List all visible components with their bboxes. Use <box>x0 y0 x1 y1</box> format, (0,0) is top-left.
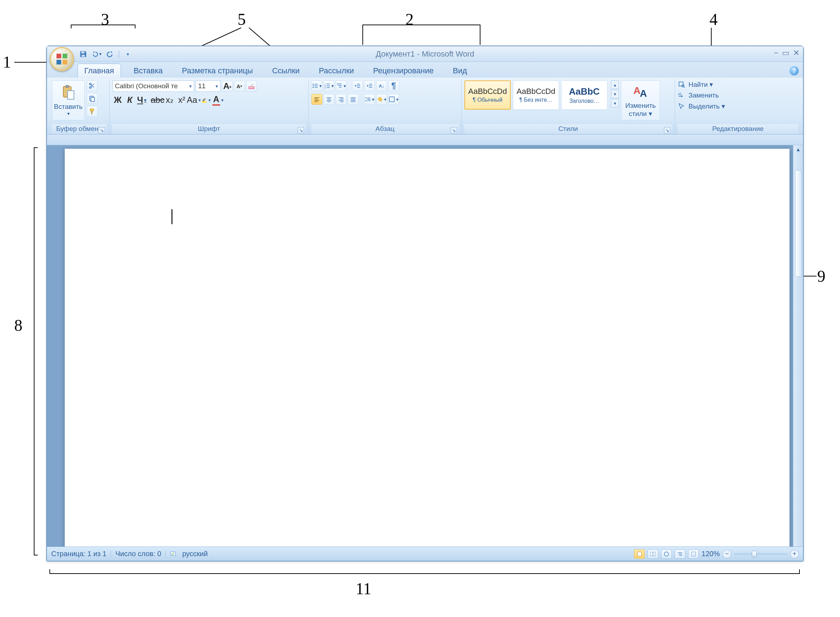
increase-indent-icon[interactable] <box>364 80 375 91</box>
font-launcher-icon[interactable]: ↘ <box>298 127 304 133</box>
select-button[interactable]: Выделить ▾ <box>678 102 725 110</box>
underline-button[interactable]: Ч <box>137 94 147 105</box>
office-button[interactable] <box>50 47 74 71</box>
vertical-scrollbar[interactable]: ▲ <box>793 145 803 546</box>
change-styles-icon: AA <box>632 83 649 100</box>
font-size-combo[interactable]: 11▾ <box>196 80 221 92</box>
svg-rect-50 <box>314 97 319 98</box>
redo-icon[interactable] <box>105 49 115 59</box>
svg-rect-78 <box>653 552 656 556</box>
show-marks-icon[interactable]: ¶ <box>388 80 399 91</box>
change-case-button[interactable]: Aa <box>189 94 199 105</box>
cut-icon[interactable] <box>87 80 97 91</box>
scrollbar-thumb[interactable] <box>795 170 802 277</box>
tab-references[interactable]: Ссылки <box>266 64 306 78</box>
line-spacing-icon[interactable] <box>364 94 375 105</box>
callout-11: 11 <box>356 579 371 598</box>
view-print-layout-icon[interactable] <box>634 549 645 559</box>
grow-font-icon[interactable]: A▴ <box>222 81 233 92</box>
paste-button[interactable]: Вставить ▾ <box>52 80 85 120</box>
group-clipboard-text: Буфер обмена <box>56 125 102 132</box>
align-left-icon[interactable] <box>311 94 322 105</box>
paste-dropdown-icon[interactable]: ▾ <box>67 111 70 117</box>
zoom-level[interactable]: 120% <box>701 550 720 558</box>
tab-insert[interactable]: Вставка <box>127 64 169 78</box>
style-normal[interactable]: AaBbCcDd ¶ Обычный <box>464 80 511 109</box>
decrease-indent-icon[interactable] <box>352 80 363 91</box>
svg-rect-25 <box>90 109 94 111</box>
spellcheck-icon[interactable] <box>170 550 178 558</box>
subscript-button[interactable]: x₂ <box>164 94 175 105</box>
tab-page-layout[interactable]: Разметка страницы <box>176 64 259 78</box>
word-window: ▾ Документ1 - Microsoft Word − ▭ ✕ Главн… <box>46 46 804 561</box>
zoom-slider[interactable] <box>734 553 787 555</box>
view-outline-icon[interactable] <box>675 549 685 559</box>
align-right-icon[interactable] <box>336 94 346 105</box>
format-painter-icon[interactable] <box>87 106 97 117</box>
bold-button[interactable]: Ж <box>112 94 123 105</box>
callout-2: 2 <box>405 10 414 29</box>
strikethrough-button[interactable]: abc <box>152 94 163 105</box>
svg-rect-55 <box>327 99 331 100</box>
align-center-icon[interactable] <box>324 94 334 105</box>
titlebar: ▾ Документ1 - Microsoft Word − ▭ ✕ <box>47 46 803 62</box>
copy-icon[interactable] <box>87 93 97 104</box>
clipboard-launcher-icon[interactable]: ↘ <box>99 127 105 133</box>
svg-rect-15 <box>63 60 67 64</box>
replace-button[interactable]: ab Заменить <box>678 92 725 99</box>
change-styles-button[interactable]: AA Изменить стили ▾ <box>621 80 660 120</box>
svg-rect-43 <box>339 87 342 87</box>
save-icon[interactable] <box>78 49 88 59</box>
undo-icon[interactable] <box>92 49 102 59</box>
sort-icon[interactable]: A↓ <box>376 80 387 91</box>
tab-review[interactable]: Рецензирование <box>367 64 440 78</box>
style-gallery-more[interactable]: ▴▾▾ <box>611 80 619 108</box>
close-button[interactable]: ✕ <box>793 49 799 58</box>
status-words[interactable]: Число слов: 0 <box>115 550 161 558</box>
align-justify-icon[interactable] <box>348 94 358 105</box>
zoom-out-button[interactable]: − <box>723 550 731 558</box>
numbering-icon[interactable]: 123 <box>324 80 334 91</box>
tab-mailings[interactable]: Рассылки <box>312 64 361 78</box>
group-paragraph-label: Абзац ↘ <box>311 124 458 134</box>
view-web-layout-icon[interactable] <box>661 549 672 559</box>
document-page[interactable] <box>65 149 790 546</box>
highlight-button[interactable] <box>200 94 211 105</box>
style-no-spacing[interactable]: AaBbCcDd ¶ Без инте… <box>513 80 559 109</box>
svg-rect-83 <box>692 552 696 556</box>
italic-button[interactable]: К <box>124 94 135 105</box>
clear-formatting-icon[interactable] <box>246 81 257 92</box>
multilevel-icon[interactable] <box>336 80 346 91</box>
styles-launcher-icon[interactable]: ↘ <box>664 127 671 133</box>
style-heading1[interactable]: AaBbC Заголово… <box>561 80 607 109</box>
borders-icon[interactable] <box>388 94 399 105</box>
status-page[interactable]: Страница: 1 из 1 <box>51 550 106 558</box>
svg-rect-62 <box>351 97 356 98</box>
paragraph-launcher-icon[interactable]: ↘ <box>451 127 457 133</box>
bullets-icon[interactable] <box>311 80 322 91</box>
shading-icon[interactable] <box>376 94 387 105</box>
tab-home[interactable]: Главная <box>78 64 121 78</box>
zoom-slider-knob[interactable] <box>752 551 757 557</box>
view-full-screen-icon[interactable] <box>648 549 658 559</box>
minimize-button[interactable]: − <box>774 49 778 58</box>
font-color-button[interactable]: A <box>213 94 223 105</box>
tab-view[interactable]: Вид <box>446 64 473 78</box>
group-styles-text: Стили <box>559 125 578 132</box>
zoom-in-button[interactable]: + <box>790 550 799 558</box>
find-button[interactable]: Найти ▾ <box>678 80 725 89</box>
svg-rect-69 <box>389 97 394 102</box>
font-family-combo[interactable]: Calibri (Основной те▾ <box>112 80 194 92</box>
view-draft-icon[interactable] <box>688 549 699 559</box>
svg-point-31 <box>312 86 314 87</box>
maximize-button[interactable]: ▭ <box>782 49 790 58</box>
status-language[interactable]: русский <box>182 550 208 558</box>
horizontal-ruler[interactable] <box>47 134 803 145</box>
help-button[interactable]: ? <box>790 66 799 75</box>
superscript-button[interactable]: x² <box>176 94 187 105</box>
document-viewport[interactable] <box>47 145 793 546</box>
qat-customize-icon[interactable]: ▾ <box>123 49 133 59</box>
shrink-font-icon[interactable]: A▾ <box>234 81 245 92</box>
svg-rect-59 <box>340 99 343 100</box>
svg-rect-19 <box>65 85 69 88</box>
